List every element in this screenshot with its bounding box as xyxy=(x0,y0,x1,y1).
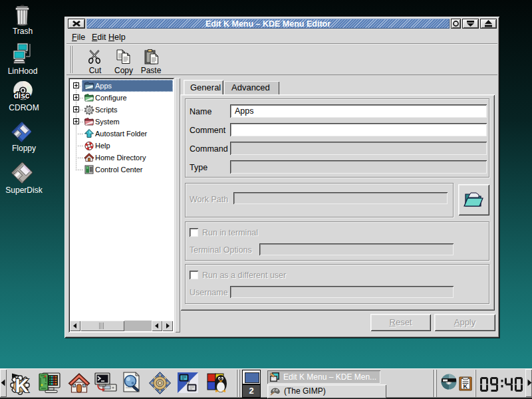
svg-text:disc: disc xyxy=(14,91,30,100)
svg-text:K: K xyxy=(15,375,29,396)
svg-text:K: K xyxy=(464,383,468,390)
